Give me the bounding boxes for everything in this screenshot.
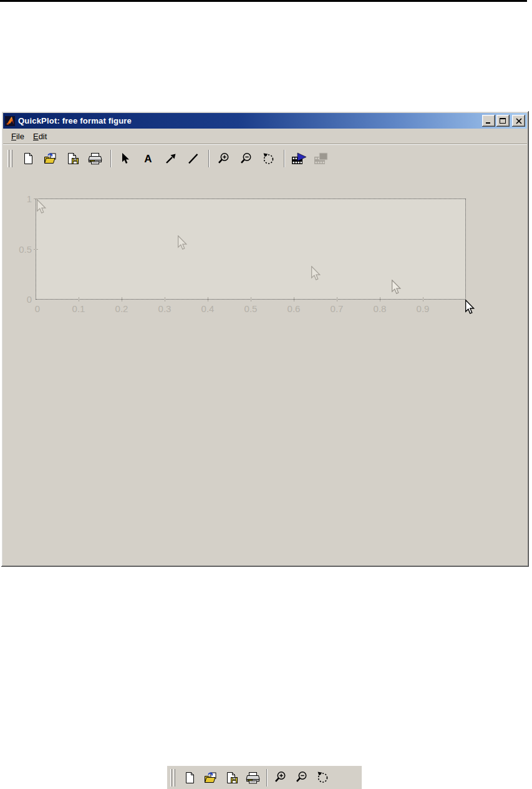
toolbar-fragment bbox=[167, 766, 362, 789]
zoom-out-button[interactable] bbox=[293, 769, 310, 786]
new-figure-button[interactable] bbox=[181, 769, 198, 786]
rotate-3d-button[interactable] bbox=[314, 769, 331, 786]
plot-axes[interactable] bbox=[36, 198, 466, 300]
maximize-button[interactable] bbox=[496, 115, 510, 127]
arrow-tool-button[interactable] bbox=[162, 150, 179, 167]
y-tick-label: 0.5 bbox=[11, 244, 32, 255]
y-tick bbox=[34, 249, 38, 250]
toolbar-gripper[interactable] bbox=[170, 769, 177, 787]
zoom-out-button[interactable] bbox=[238, 150, 254, 167]
figure-client-area: 0 0.1 0.2 0.3 0.4 0.5 0.6 0.7 0.8 0.9 1 … bbox=[3, 172, 527, 565]
rotate-3d-button[interactable] bbox=[260, 150, 277, 167]
window-title: QuickPlot: free format figure bbox=[18, 116, 132, 125]
zoom-in-icon bbox=[274, 771, 287, 784]
quickplot-window: QuickPlot: free format figure File Edit bbox=[1, 111, 529, 567]
page-top-rule bbox=[0, 0, 527, 2]
line-icon bbox=[187, 152, 200, 165]
y-tick-label: 1 bbox=[11, 194, 32, 204]
save-icon bbox=[67, 152, 79, 165]
x-tick-label: 0.1 bbox=[72, 303, 85, 314]
window-controls bbox=[481, 115, 525, 127]
maximize-icon bbox=[499, 117, 507, 124]
ghost-cursor bbox=[37, 199, 46, 214]
save-icon bbox=[226, 772, 238, 784]
main-toolbar: A bbox=[3, 145, 527, 172]
zoom-out-icon bbox=[295, 771, 308, 784]
zoom-out-icon bbox=[239, 152, 253, 165]
x-tick-label: 0.7 bbox=[331, 303, 344, 314]
zoom-in-button[interactable] bbox=[272, 769, 289, 786]
open-folder-icon bbox=[203, 772, 218, 784]
ghost-cursor bbox=[178, 235, 187, 250]
close-button[interactable] bbox=[512, 115, 525, 127]
y-tick-label: 0 bbox=[11, 294, 32, 305]
x-tick bbox=[380, 297, 380, 301]
toolbar-separator bbox=[208, 150, 210, 167]
save-figure-button[interactable] bbox=[223, 769, 240, 786]
arrow-icon bbox=[165, 152, 177, 165]
matlab-logo-icon bbox=[5, 116, 15, 126]
x-tick-label: 0.4 bbox=[201, 303, 215, 314]
print-figure-button[interactable] bbox=[244, 769, 261, 786]
x-tick-label: 0.3 bbox=[158, 303, 172, 314]
zoom-in-button[interactable] bbox=[215, 150, 232, 167]
ghost-cursor bbox=[392, 280, 401, 295]
x-tick bbox=[294, 297, 294, 301]
text-tool-icon: A bbox=[144, 154, 152, 164]
toolbar-separator bbox=[284, 150, 285, 167]
ghost-cursor bbox=[311, 266, 321, 281]
printer-icon bbox=[246, 772, 260, 784]
line-tool-button[interactable] bbox=[185, 150, 201, 167]
x-tick-label: 0.6 bbox=[288, 303, 301, 314]
pointer-tool-button[interactable] bbox=[117, 150, 134, 167]
menubar: File Edit bbox=[3, 129, 527, 144]
menu-edit[interactable]: Edit bbox=[29, 130, 51, 142]
titlebar[interactable]: QuickPlot: free format figure bbox=[3, 113, 527, 129]
x-tick bbox=[251, 297, 251, 301]
document-page: QuickPlot: free format figure File Edit bbox=[0, 0, 532, 789]
new-figure-button[interactable] bbox=[19, 150, 36, 167]
printer-icon bbox=[88, 152, 102, 165]
minimize-icon bbox=[485, 117, 493, 124]
toolbar-separator bbox=[110, 150, 112, 167]
play-movie-icon bbox=[291, 152, 307, 165]
open-file-button[interactable] bbox=[202, 769, 219, 786]
mouse-cursor bbox=[465, 300, 475, 315]
play-movie-button[interactable] bbox=[291, 150, 307, 167]
minimize-button[interactable] bbox=[482, 115, 495, 127]
x-tick-label: 0.5 bbox=[244, 303, 258, 314]
x-tick bbox=[208, 297, 208, 301]
toolbar-separator bbox=[266, 769, 268, 787]
rotate-icon bbox=[262, 152, 275, 165]
x-tick-label: 0.2 bbox=[115, 303, 128, 314]
text-tool-button[interactable]: A bbox=[140, 150, 157, 167]
print-figure-button[interactable] bbox=[87, 150, 104, 167]
new-document-icon bbox=[22, 152, 34, 165]
x-tick bbox=[79, 297, 79, 301]
x-tick bbox=[423, 297, 423, 301]
export-movie-button-disabled bbox=[313, 150, 330, 167]
save-figure-button[interactable] bbox=[64, 150, 81, 167]
x-tick-label: 0 bbox=[35, 303, 40, 314]
menu-file[interactable]: File bbox=[7, 130, 29, 142]
rotate-icon bbox=[316, 771, 329, 784]
x-tick bbox=[165, 297, 165, 301]
export-movie-icon bbox=[314, 152, 330, 165]
close-icon bbox=[515, 118, 523, 124]
zoom-in-icon bbox=[217, 152, 230, 165]
toolbar-gripper[interactable] bbox=[7, 150, 14, 167]
open-folder-icon bbox=[43, 152, 58, 165]
open-file-button[interactable] bbox=[42, 150, 59, 167]
x-tick-label: 0.8 bbox=[374, 303, 387, 314]
x-tick bbox=[122, 297, 122, 301]
new-document-icon bbox=[184, 772, 195, 784]
x-tick bbox=[337, 297, 337, 301]
x-tick-label: 0.9 bbox=[417, 303, 430, 314]
pointer-icon bbox=[122, 153, 130, 165]
